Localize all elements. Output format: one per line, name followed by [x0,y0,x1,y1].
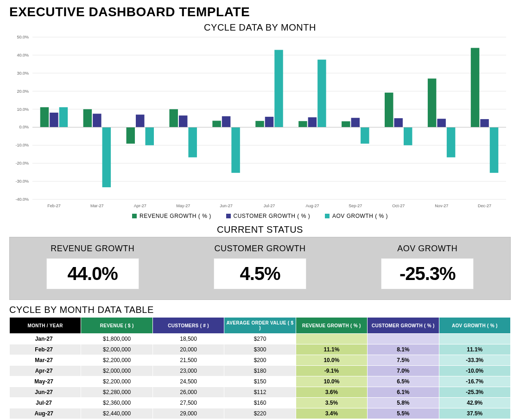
svg-rect-46 [308,117,317,127]
svg-rect-54 [394,118,402,127]
cell-revg: 10.0% [296,355,367,366]
svg-rect-59 [447,127,455,157]
cell-revg: -9.1% [296,366,367,376]
cell-custg: 7.0% [368,366,439,376]
table-row: Apr-27$2,000,00023,000$180-9.1%7.0%-10.0… [10,366,511,376]
cell-custg: 5.5% [368,408,439,419]
status-value-aov: -25.3% [400,263,456,284]
legend-label-customer: CUSTOMER GROWTH ( % ) [234,213,311,219]
cell-month: Jul-27 [10,398,81,408]
svg-text:Oct-27: Oct-27 [392,204,405,208]
cell-aov: $270 [224,334,296,344]
svg-text:May-27: May-27 [176,204,190,208]
status-label-aov: AOV GROWTH [353,244,502,254]
chart-legend: REVENUE GROWTH ( % ) CUSTOMER GROWTH ( %… [9,211,511,224]
svg-rect-39 [231,127,240,172]
status-box-revenue: 44.0% [46,258,139,289]
cell-customers: 27,500 [152,398,224,408]
th-revenue: REVENUE ( $ ) [81,318,152,334]
svg-rect-50 [351,118,360,127]
table-row: Jul-27$2,360,00027,500$1603.5%5.8%42.9% [10,398,511,408]
cell-custg: 8.1% [368,344,439,355]
cell-revg: 3.5% [296,398,367,408]
th-custg: CUSTOMER GROWTH ( % ) [368,318,439,334]
svg-rect-49 [342,121,350,127]
legend-label-aov: AOV GROWTH ( % ) [332,213,388,219]
svg-rect-38 [222,116,230,127]
th-aovg: AOV GROWTH ( % ) [439,318,510,334]
page-title: EXECUTIVE DASHBOARD TEMPLATE [9,5,511,19]
svg-rect-29 [127,127,135,143]
svg-rect-25 [83,109,92,127]
cell-month: Aug-27 [10,408,81,419]
cell-revenue: $2,200,000 [81,355,152,366]
cell-revenue: $2,280,000 [81,387,152,398]
cell-month: Apr-27 [10,366,81,376]
cell-aovg: -10.0% [439,366,510,376]
data-table: MONTH / YEAR REVENUE ( $ ) CUSTOMERS ( #… [9,317,511,419]
cell-revenue: $1,800,000 [81,334,152,344]
legend-aov: AOV GROWTH ( % ) [325,213,388,219]
cell-aov: $220 [224,408,296,419]
cell-customers: 21,500 [152,355,224,366]
cell-aov: $200 [224,355,296,366]
svg-text:Feb-27: Feb-27 [47,204,61,208]
legend-swatch-aov [325,214,330,218]
cell-customers: 23,000 [152,366,224,376]
cell-revg [296,334,367,344]
svg-text:Aug-27: Aug-27 [305,204,319,208]
svg-rect-53 [385,93,393,127]
cell-custg: 7.5% [368,355,439,366]
cell-custg: 6.1% [368,387,439,398]
svg-text:Apr-27: Apr-27 [134,204,146,208]
cell-revg: 11.1% [296,344,367,355]
th-month: MONTH / YEAR [10,318,81,334]
svg-text:Jul-27: Jul-27 [264,204,275,208]
cell-revenue: $2,000,000 [81,366,152,376]
status-value-customer: 4.5% [240,263,280,284]
cell-customers: 29,000 [152,408,224,419]
svg-rect-23 [59,107,68,127]
cell-aovg: -16.7% [439,376,510,387]
cell-aov: $150 [224,376,296,387]
cell-revg: 3.6% [296,387,367,398]
bar-chart-svg: -40.0%-30.0%-20.0%-10.0%0.0%10.0%20.0%30… [9,35,511,211]
cell-revg: 10.0% [296,376,367,387]
table-row: Aug-27$2,440,00029,000$2203.4%5.5%37.5% [10,408,511,419]
svg-text:Dec-27: Dec-27 [478,204,491,208]
cell-revg: 3.4% [296,408,367,419]
status-card-revenue: REVENUE GROWTH 44.0% [18,244,167,289]
svg-rect-63 [490,127,498,172]
svg-text:40.0%: 40.0% [17,53,29,57]
cell-aovg: -33.3% [439,355,510,366]
cell-month: Mar-27 [10,355,81,366]
cell-month: Feb-27 [10,344,81,355]
status-title: CURRENT STATUS [9,224,511,235]
status-label-customer: CUSTOMER GROWTH [185,244,334,254]
svg-rect-35 [188,127,197,157]
cell-customers: 20,000 [152,344,224,355]
svg-rect-58 [437,119,445,127]
table-row: Jan-27$1,800,00018,500$270 [10,334,511,344]
legend-revenue: REVENUE GROWTH ( % ) [132,213,211,219]
cell-month: May-27 [10,376,81,387]
cell-month: Jun-27 [10,387,81,398]
cell-aov: $300 [224,344,296,355]
cell-customers: 26,000 [152,387,224,398]
table-title: CYCLE BY MONTH DATA TABLE [9,305,511,315]
legend-customer: CUSTOMER GROWTH ( % ) [226,213,311,219]
cell-custg: 5.8% [368,398,439,408]
svg-rect-21 [40,107,49,127]
svg-text:30.0%: 30.0% [17,71,29,76]
cycle-chart: -40.0%-30.0%-20.0%-10.0%0.0%10.0%20.0%30… [9,35,511,211]
svg-rect-62 [480,119,488,127]
cell-revenue: $2,000,000 [81,344,152,355]
svg-rect-33 [169,109,178,127]
svg-text:20.0%: 20.0% [17,89,29,94]
svg-text:Nov-27: Nov-27 [435,204,448,208]
status-box-aov: -25.3% [381,258,474,289]
svg-rect-45 [298,121,307,127]
svg-rect-27 [102,127,111,187]
th-customers: CUSTOMERS ( # ) [152,318,224,334]
status-box-customer: 4.5% [214,258,306,289]
